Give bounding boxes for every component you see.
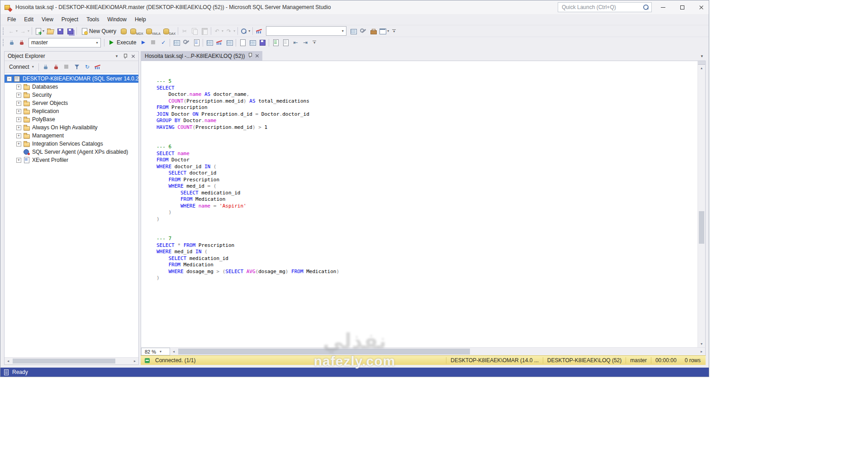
database-engine-query-icon[interactable] [119,26,128,36]
collapse-icon[interactable]: − [7,76,12,81]
window-position-icon[interactable]: ▾ [113,52,120,60]
tree-item-integration-services-catalogs[interactable]: +Integration Services Catalogs [5,140,138,148]
scroll-right-icon[interactable]: ▸ [698,350,705,354]
expand-icon[interactable]: + [16,93,21,98]
tree-item-server[interactable]: −DESKTOP-K8IEAEK\OMAR (SQL Server 14.0.2… [5,75,138,83]
editor-vscrollbar[interactable]: ▴ ▾ [697,61,705,347]
code-area[interactable]: --- 5SELECT Doctor.name AS doctor_name, … [141,61,697,347]
save-icon[interactable] [55,26,65,36]
standard-toolbar-combo[interactable]: ▾ [266,26,346,36]
change-connection-icon[interactable] [17,38,27,47]
editor-hscrollbar[interactable]: ◂ ▸ [170,348,705,355]
scroll-left-icon[interactable]: ◂ [170,350,177,354]
expand-icon[interactable]: + [16,109,21,114]
open-file-icon[interactable] [45,26,55,36]
split-editor-handle[interactable] [698,61,705,65]
toolbar-grip[interactable] [3,39,5,46]
quick-launch-input[interactable] [562,4,640,10]
execute-button[interactable]: Execute [106,38,138,47]
menu-help[interactable]: Help [131,15,150,24]
expand-icon[interactable]: + [16,117,21,122]
close-panel-icon[interactable] [129,52,137,60]
tree-item-security[interactable]: +Security [5,91,138,99]
object-explorer-details-icon[interactable] [348,26,358,36]
tree-item-sql-server-agent-agent-xps-disabled[interactable]: SQL Server Agent (Agent XPs disabled) [5,148,138,156]
new-project-icon[interactable]: ▾ [33,26,45,36]
expand-icon[interactable]: + [16,142,21,146]
scrollbar-thumb[interactable] [178,349,470,354]
save-all-icon[interactable] [65,26,75,36]
pin-icon[interactable] [121,52,128,60]
scroll-left-icon[interactable]: ◂ [5,359,12,363]
intellisense-icon[interactable] [191,38,201,47]
xmla-query-icon[interactable]: XMLA [144,26,161,36]
live-query-stats-icon[interactable] [214,38,224,47]
command-window-icon[interactable]: ▾ [378,26,390,36]
tree-item-polybase[interactable]: +PolyBase [5,115,138,123]
menu-edit[interactable]: Edit [20,15,38,24]
expand-icon[interactable]: + [16,85,21,90]
tree-item-always-on-high-availability[interactable]: +Always On High Availability [5,123,138,132]
combo-dropdown-icon[interactable]: ▾ [94,41,100,45]
results-text-icon[interactable] [237,38,247,47]
indent-icon[interactable]: ⇥ [300,38,310,47]
expand-icon[interactable]: + [16,101,21,106]
new-query-button[interactable]: New Query [78,26,119,36]
connect-button[interactable]: Connect ▾ [6,63,37,71]
minimize-button[interactable] [655,0,671,14]
template-explorer-icon[interactable] [368,26,378,36]
mdx-query-icon[interactable]: MDX [128,26,144,36]
maximize-button[interactable] [674,0,690,14]
results-grid-icon[interactable] [247,38,257,47]
tree-item-server-objects[interactable]: +Server Objects [5,99,138,107]
zoom-control[interactable]: 82 % ▾ [141,348,170,355]
refresh-icon[interactable]: ↻ [82,62,92,72]
dax-query-icon[interactable]: DAX [161,26,176,36]
scroll-right-icon[interactable]: ▸ [131,359,138,363]
scroll-up-icon[interactable]: ▴ [698,65,705,71]
toolbar-grip[interactable] [3,28,5,35]
actual-plan-icon[interactable] [204,38,214,47]
menu-project[interactable]: Project [57,15,82,24]
tab-pin-icon[interactable] [248,52,252,59]
menu-view[interactable]: View [38,15,57,24]
tree-item-replication[interactable]: +Replication [5,107,138,115]
tree-item-databases[interactable]: +Databases [5,83,138,91]
search-icon[interactable] [642,4,650,11]
available-databases-combo[interactable]: master▾ [28,38,101,47]
debug-icon[interactable] [138,38,148,47]
client-stats-icon[interactable] [224,38,234,47]
uncomment-icon[interactable] [280,38,290,47]
disconnect-icon[interactable] [51,62,61,72]
find-icon[interactable]: ▾ [239,26,251,36]
scrollbar-track[interactable] [12,358,131,364]
scrollbar-thumb[interactable] [699,211,704,243]
standard-toolbar-overflow[interactable]: ▾ [391,26,397,36]
active-files-dropdown-icon[interactable]: ▾ [701,54,703,58]
activity-monitor-icon[interactable] [254,26,264,36]
expand-icon[interactable]: + [16,158,21,163]
scrollbar-thumb[interactable] [13,359,115,364]
combo-dropdown-icon[interactable]: ▾ [339,29,346,33]
tree-item-xevent-profiler[interactable]: +XEvent Profiler [5,156,138,164]
expand-icon[interactable]: + [16,125,21,130]
estimated-plan-icon[interactable] [171,38,181,47]
menu-file[interactable]: File [3,15,20,24]
properties-window-icon[interactable] [358,26,368,36]
comment-icon[interactable] [270,38,280,47]
query-options-icon[interactable] [181,38,191,47]
connect-object-icon[interactable] [41,62,51,72]
quick-launch-box[interactable] [558,2,652,12]
tab-hosoita-task[interactable]: Hosoita task.sql -...P-K8IEAEK\LOQ (52)) [141,51,262,61]
tree-item-management[interactable]: +Management [5,132,138,140]
scrollbar-track[interactable] [698,71,705,340]
menu-tools[interactable]: Tools [82,15,103,24]
activity-monitor-icon[interactable] [93,62,103,72]
filter-icon[interactable] [72,62,82,72]
parse-icon[interactable]: ✓ [158,38,168,47]
connect-icon[interactable] [7,38,17,47]
outdent-icon[interactable]: ⇤ [290,38,300,47]
scroll-down-icon[interactable]: ▾ [698,340,705,347]
sql-toolbar-overflow[interactable]: ▾ [311,38,318,47]
close-button[interactable] [693,0,709,14]
